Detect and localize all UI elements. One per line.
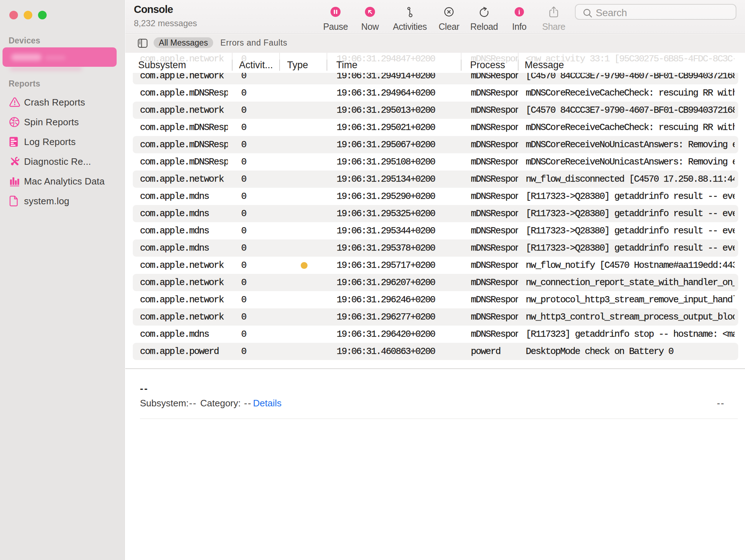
- svg-text:i: i: [518, 8, 520, 16]
